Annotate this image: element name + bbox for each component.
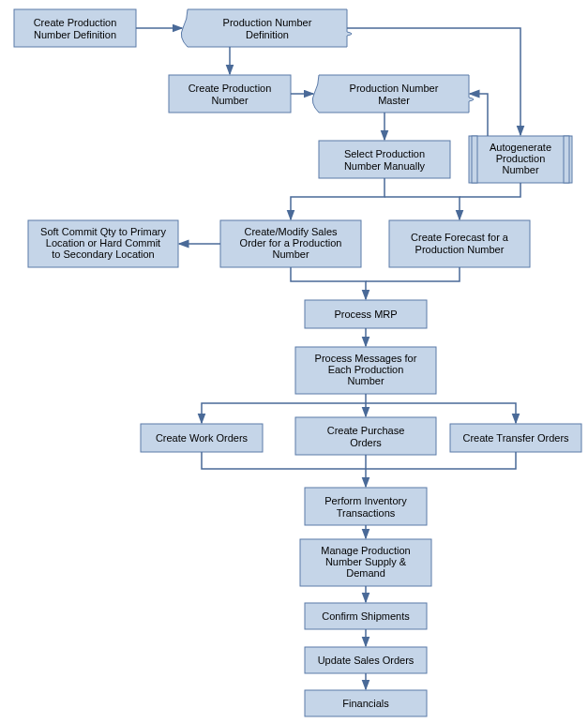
label-create-forecast: Create Forecast for aProduction Number — [411, 232, 509, 255]
label-soft-commit: Soft Commit Qty to PrimaryLocation or Ha… — [40, 226, 166, 260]
svg-rect-0 — [472, 136, 477, 183]
arrow — [291, 267, 366, 299]
arrow — [460, 183, 520, 197]
label-select-manual: Select ProductionNumber Manually — [344, 148, 426, 172]
label-create-prod-num-def: Create ProductionNumber Definition — [34, 17, 117, 40]
arrow — [366, 267, 460, 281]
label-process-mrp: Process MRP — [334, 309, 397, 320]
label-update-sales: Update Sales Orders — [318, 655, 415, 666]
arrow — [384, 197, 460, 219]
label-create-work: Create Work Orders — [156, 432, 249, 444]
label-confirm-ship: Confirm Shipments — [322, 610, 410, 622]
label-create-transfer: Create Transfer Orders — [462, 432, 569, 444]
label-perform-inv: Perform InventoryTransactions — [324, 495, 407, 519]
label-financials: Financials — [342, 698, 389, 709]
arrow — [291, 178, 384, 219]
svg-rect-1 — [564, 136, 569, 183]
